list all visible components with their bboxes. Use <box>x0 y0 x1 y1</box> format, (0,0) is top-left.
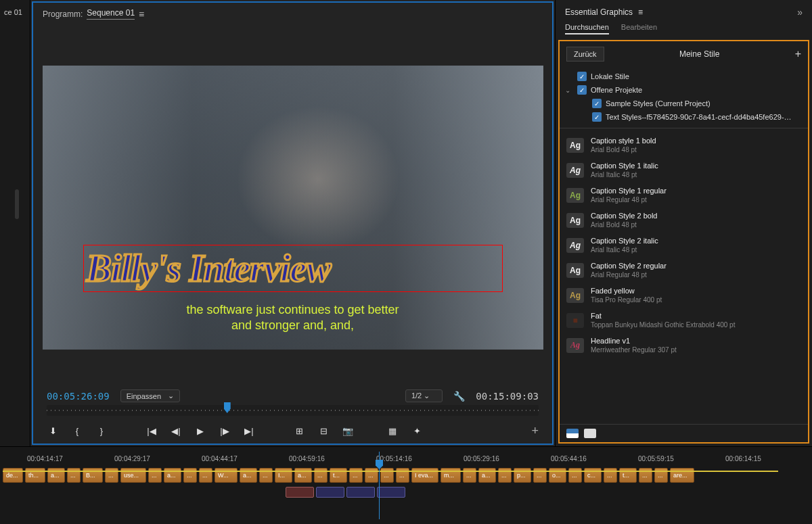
chevron-down-icon: ⌄ <box>424 391 430 400</box>
panel-resize-handle[interactable] <box>15 189 19 219</box>
ruler-tick: 00:05:44:16 <box>551 455 638 462</box>
step-back-icon[interactable]: ◀| <box>170 425 182 437</box>
extract-icon[interactable]: ⊟ <box>317 425 330 437</box>
ruler-tick: 00:06:14:15 <box>725 455 812 462</box>
tab-edit[interactable]: Bearbeiten <box>621 23 657 34</box>
style-item[interactable]: Ag Caption Style 1 regular Arial Regular… <box>560 183 808 208</box>
tree-open-projects[interactable]: ⌄ ✓ Offene Projekte <box>564 83 804 97</box>
current-timecode[interactable]: 00:05:26:09 <box>47 391 110 402</box>
style-name: Caption Style 2 italic <box>591 237 658 245</box>
timeline-panel[interactable]: 00:04:14:1700:04:29:1700:04:44:1700:04:5… <box>0 447 812 524</box>
ruler-tick: 00:04:29:17 <box>114 455 202 462</box>
sequence-name[interactable]: Sequence 01 <box>87 8 135 20</box>
graphic-clip[interactable] <box>377 487 405 498</box>
graphic-clip[interactable] <box>286 487 314 498</box>
transport-controls: ⬇ { } |◀ ◀| ▶ |▶ ▶| ⊞ ⊟ 📷 ▦ ✦ + <box>33 420 552 444</box>
style-swatch: Ag <box>566 163 584 178</box>
program-scrub-ruler[interactable] <box>47 405 539 416</box>
styles-filter-tree: ✓ Lokale Stile ⌄ ✓ Offene Projekte ✓ Sam… <box>560 67 808 128</box>
resolution-dropdown[interactable]: 1/2 ⌄ <box>405 389 443 402</box>
style-swatch: Ag <box>566 138 584 153</box>
style-item[interactable]: ■ Fat Toppan Bunkyu Midashi Gothic Extra… <box>560 308 808 333</box>
style-name: Caption style 1 bold <box>591 137 656 145</box>
style-swatch: Ag <box>566 213 584 228</box>
settings-wrench-icon[interactable]: 🔧 <box>453 391 465 402</box>
style-font-info: Merriweather Regular 307 pt <box>591 346 677 354</box>
style-item[interactable]: Ag Caption Style 1 italic Arial Italic 4… <box>560 158 808 183</box>
checkbox-icon[interactable]: ✓ <box>577 72 587 81</box>
mark-in-icon[interactable]: { <box>71 425 83 437</box>
total-duration-timecode[interactable]: 00:15:09:03 <box>476 391 539 402</box>
style-swatch: ■ <box>566 313 584 328</box>
zoom-fit-dropdown[interactable]: Einpassen⌄ <box>120 389 180 402</box>
step-forward-icon[interactable]: |▶ <box>219 425 231 437</box>
grid-view-icon[interactable] <box>584 429 596 438</box>
style-swatch: Ag <box>566 263 584 278</box>
mark-out-icon[interactable]: } <box>95 425 108 437</box>
sidebar-tab-fragment[interactable]: ce 01 <box>0 5 30 19</box>
go-to-out-icon[interactable]: ▶| <box>243 425 255 437</box>
expand-panel-icon[interactable]: » <box>797 7 803 18</box>
back-button[interactable]: Zurück <box>566 47 604 62</box>
insert-icon[interactable]: ▦ <box>386 425 399 437</box>
tree-local-styles[interactable]: ✓ Lokale Stile <box>564 70 804 83</box>
program-label: Programm: <box>43 9 83 19</box>
add-button-icon[interactable]: + <box>531 424 539 438</box>
style-swatch: Ag <box>566 338 584 353</box>
ruler-tick: 00:04:44:17 <box>202 455 289 462</box>
program-viewer[interactable]: Billy's Interview the software just cont… <box>43 66 543 350</box>
graphic-clip[interactable] <box>346 487 375 498</box>
project-sidebar: ce 01 <box>0 0 30 446</box>
title-graphic-text: Billy's Interview <box>84 247 331 290</box>
mark-clip-icon[interactable]: ⬇ <box>47 425 59 437</box>
work-area-bar[interactable] <box>3 471 778 472</box>
overwrite-icon[interactable]: ✦ <box>411 425 423 437</box>
tab-browse[interactable]: Durchsuchen <box>565 23 609 34</box>
ruler-tick: 00:04:59:16 <box>289 455 376 462</box>
style-font-info: Toppan Bunkyu Midashi Gothic Extrabold 4… <box>591 321 735 329</box>
style-item[interactable]: Ag Caption Style 2 bold Arial Bold 48 pt <box>560 208 808 233</box>
export-frame-icon[interactable]: 📷 <box>342 425 354 437</box>
styles-section-title: Meine Stile <box>604 49 795 59</box>
style-item[interactable]: Ag Caption Style 2 regular Arial Regular… <box>560 258 808 283</box>
go-to-in-icon[interactable]: |◀ <box>145 425 158 437</box>
caption-overlay: the software just continues to get bette… <box>43 302 543 334</box>
tree-text-styles[interactable]: ✓ Text Styles--f5784529-90c7-8a41-cecf-d… <box>564 110 804 124</box>
list-view-icon[interactable] <box>566 429 579 438</box>
style-item[interactable]: Ag Headline v1 Merriweather Regular 307 … <box>560 333 808 358</box>
style-name: Caption Style 2 regular <box>591 262 667 270</box>
checkbox-icon[interactable]: ✓ <box>577 85 587 95</box>
graphics-track[interactable] <box>283 485 812 499</box>
tree-sample-styles[interactable]: ✓ Sample Styles (Current Project) <box>564 97 804 110</box>
styles-list[interactable]: Ag Caption style 1 bold Arial Bold 48 pt… <box>560 128 808 424</box>
chevron-down-icon[interactable]: ⌄ <box>565 87 573 94</box>
style-font-info: Arial Regular 48 pt <box>591 196 667 204</box>
caption-track[interactable]: de...th...a......B......use......a......… <box>0 467 812 485</box>
play-icon[interactable]: ▶ <box>194 425 206 437</box>
add-style-icon[interactable]: + <box>795 48 801 60</box>
my-styles-panel: Zurück Meine Stile + ✓ Lokale Stile ⌄ ✓ … <box>558 40 809 444</box>
essential-graphics-title: Essential Graphics <box>565 7 633 17</box>
panel-menu-icon[interactable]: ≡ <box>139 9 144 20</box>
chevron-down-icon: ⌄ <box>168 391 174 400</box>
style-font-info: Arial Bold 48 pt <box>591 221 657 229</box>
lift-icon[interactable]: ⊞ <box>293 425 305 437</box>
style-item[interactable]: Ag Caption style 1 bold Arial Bold 48 pt <box>560 133 808 158</box>
style-font-info: Tisa Pro Regular 400 pt <box>591 296 662 304</box>
style-font-info: Arial Bold 48 pt <box>591 146 656 153</box>
style-item[interactable]: Ag Caption Style 2 italic Arial Italic 4… <box>560 233 808 258</box>
timeline-ruler[interactable]: 00:04:14:1700:04:29:1700:04:44:1700:04:5… <box>0 452 812 467</box>
panel-menu-icon[interactable]: ≡ <box>638 7 643 17</box>
style-name: Faded yellow <box>591 287 662 295</box>
graphic-clip[interactable] <box>316 487 344 498</box>
program-playhead[interactable] <box>224 402 231 413</box>
style-name: Headline v1 <box>591 337 677 345</box>
ruler-tick: 00:05:59:15 <box>638 455 725 462</box>
style-name: Caption Style 1 italic <box>591 162 658 170</box>
style-item[interactable]: Ag Faded yellow Tisa Pro Regular 400 pt <box>560 283 808 308</box>
style-name: Caption Style 2 bold <box>591 212 657 220</box>
checkbox-icon[interactable]: ✓ <box>592 112 602 122</box>
style-swatch: Ag <box>566 238 584 253</box>
checkbox-icon[interactable]: ✓ <box>592 99 602 108</box>
title-graphic-bbox[interactable]: Billy's Interview <box>83 245 503 292</box>
